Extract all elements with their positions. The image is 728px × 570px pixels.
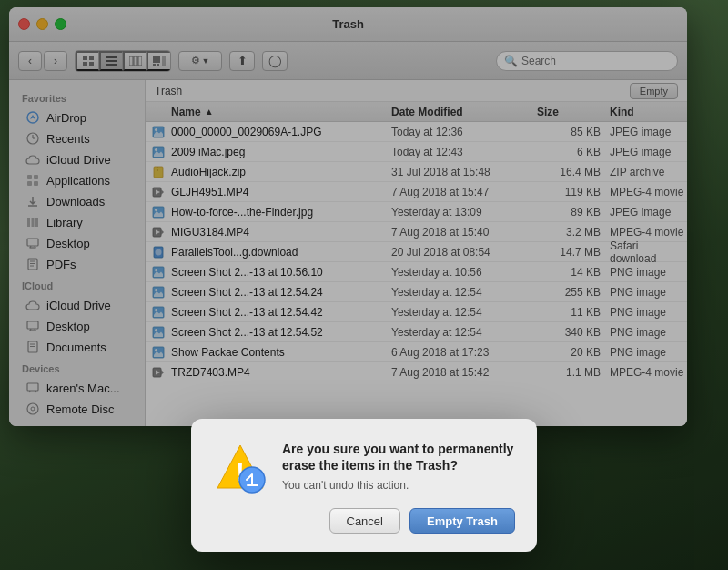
dialog-overlay: ! Are you sure you want to permanently e… (0, 0, 728, 570)
dialog-title: Are you sure you want to permanently era… (282, 441, 515, 473)
dialog-box: ! Are you sure you want to permanently e… (191, 419, 537, 552)
cancel-button[interactable]: Cancel (329, 508, 400, 534)
warning-icon: ! (213, 441, 268, 495)
dialog-buttons: Cancel Empty Trash (213, 508, 515, 534)
dialog-content: ! Are you sure you want to permanently e… (213, 441, 515, 495)
empty-trash-button[interactable]: Empty Trash (410, 508, 515, 534)
dialog-text-area: Are you sure you want to permanently era… (282, 441, 515, 492)
dialog-subtitle: You can't undo this action. (282, 479, 515, 492)
